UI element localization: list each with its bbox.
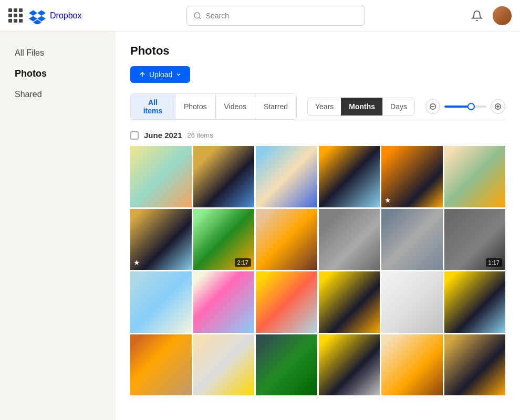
photo-cell-5[interactable]: ★ [381,146,443,207]
video-duration-badge: 2:17 [235,258,251,267]
star-icon: ★ [133,258,140,267]
section-header: June 2021 26 items [130,131,505,140]
zoom-out-button[interactable] [425,99,440,114]
sidebar-item-label: Shared [15,90,42,99]
photo-cell-11[interactable] [381,209,443,270]
photo-cell-22[interactable] [319,334,380,396]
photo-cell-10[interactable] [319,209,380,270]
search-input[interactable] [206,12,358,20]
photo-cell-15[interactable] [256,271,317,333]
sidebar: All Files Photos Shared [0,32,116,420]
upload-label: Upload [149,70,172,79]
notifications-icon[interactable] [470,8,484,23]
upload-button[interactable]: Upload [130,66,190,83]
tab-months[interactable]: Months [341,98,383,116]
logo[interactable]: Dropbox [29,7,81,24]
zoom-slider[interactable] [444,106,486,108]
tab-all-items[interactable]: All items [131,94,175,119]
logo-text: Dropbox [50,11,81,20]
svg-line-1 [199,17,201,19]
photo-cell-21[interactable] [256,334,317,396]
topbar-right [470,6,512,25]
tab-years[interactable]: Years [307,98,341,116]
photo-grid: ★★2:171:17 [130,146,505,395]
photo-cell-18[interactable] [444,271,506,333]
photo-cell-23[interactable] [381,334,443,396]
topbar-center [81,6,470,26]
filter-bar: All items Photos Videos Starred Years Mo… [130,93,505,120]
main-content: Photos Upload All items Photos Videos St… [116,32,520,420]
filter-tabs: All items Photos Videos Starred [130,93,297,120]
tab-photos[interactable]: Photos [175,94,216,119]
star-icon: ★ [384,196,391,204]
photo-cell-4[interactable] [319,146,380,207]
tab-days[interactable]: Days [382,98,415,116]
zoom-out-icon [429,103,436,110]
topbar: Dropbox [0,0,520,32]
zoom-thumb [467,103,475,110]
layout: All Files Photos Shared Photos Upload Al… [0,32,520,420]
section-checkbox[interactable] [130,131,139,140]
sidebar-item-photos[interactable]: Photos [8,64,107,83]
tab-starred[interactable]: Starred [255,94,296,119]
photo-cell-19[interactable] [130,334,192,396]
photo-cell-6[interactable] [444,146,506,207]
zoom-control [425,99,505,114]
section-count: 26 items [188,131,213,139]
photo-cell-12[interactable]: 1:17 [444,209,506,270]
photo-cell-16[interactable] [319,271,380,333]
apps-menu-icon[interactable] [8,8,23,23]
photo-cell-14[interactable] [193,271,255,333]
sidebar-item-label: Photos [15,68,47,79]
photo-cell-7[interactable]: ★ [130,209,192,270]
photo-cell-13[interactable] [130,271,192,333]
section-title: June 2021 [144,131,182,140]
dropbox-logo-icon [29,7,46,24]
photo-cell-3[interactable] [256,146,317,207]
search-icon [193,12,202,20]
photo-cell-8[interactable]: 2:17 [193,209,255,270]
photo-cell-9[interactable] [256,209,317,270]
page-title: Photos [130,44,505,58]
sidebar-item-label: All Files [15,48,44,57]
upload-icon [139,71,146,78]
zoom-in-button[interactable] [491,99,505,114]
photo-cell-20[interactable] [193,334,255,396]
video-duration-badge: 1:17 [486,258,502,267]
zoom-in-icon [494,103,502,110]
photo-cell-1[interactable] [130,146,192,207]
topbar-left: Dropbox [8,7,81,24]
tab-videos[interactable]: Videos [216,94,256,119]
photo-cell-2[interactable] [193,146,255,207]
search-bar[interactable] [186,6,365,26]
sidebar-item-shared[interactable]: Shared [8,86,107,103]
photo-cell-24[interactable] [444,334,506,396]
photo-cell-17[interactable] [381,271,443,333]
svg-point-0 [194,13,200,18]
upload-chevron-icon [175,71,182,78]
avatar[interactable] [493,6,512,25]
time-tabs: Years Months Days [307,98,415,116]
sidebar-item-all-files[interactable]: All Files [8,44,107,62]
